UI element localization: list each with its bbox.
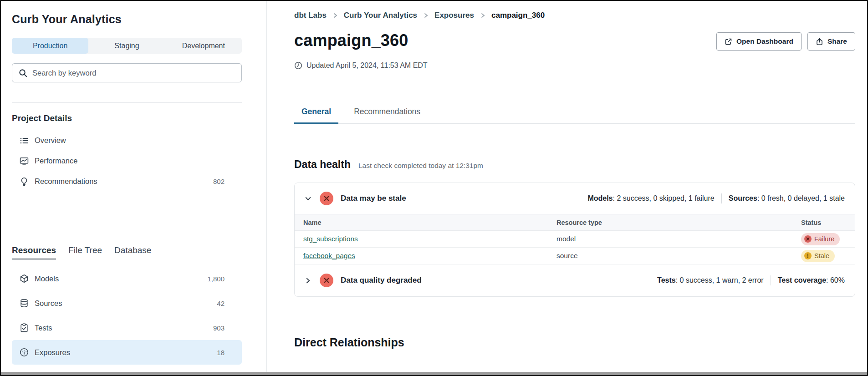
sidebar-item-overview[interactable]: Overview	[12, 130, 242, 151]
lightbulb-icon	[20, 177, 29, 186]
clipboard-check-icon	[20, 323, 29, 332]
share-icon	[816, 38, 823, 46]
detail-tabs: General Recommendations	[294, 107, 855, 124]
env-tab-development[interactable]: Development	[165, 38, 242, 54]
chevron-down-icon[interactable]	[304, 195, 312, 203]
stale-summary: Models: 2 success, 0 skipped, 1 failure …	[587, 193, 845, 203]
tests-summary-label: Tests	[657, 276, 676, 285]
quality-section-header[interactable]: Data quality degraded Tests: 0 success, …	[295, 264, 855, 296]
column-header-name: Name	[295, 219, 557, 226]
project-details-heading: Project Details	[12, 113, 242, 123]
sidebar-item-count: 903	[213, 324, 225, 332]
sidebar-item-label: Exposures	[35, 348, 70, 357]
tab-resources[interactable]: Resources	[12, 245, 56, 259]
updated-timestamp: Updated April 5, 2024, 11:53 AM EDT	[294, 61, 855, 70]
table-row: facebook_pages source Stale	[295, 248, 855, 264]
sidebar-item-count: 18	[217, 349, 225, 356]
updated-text: Updated April 5, 2024, 11:53 AM EDT	[306, 61, 428, 70]
sidebar-item-label: Recommendations	[35, 177, 97, 186]
search-input[interactable]	[32, 69, 235, 77]
sidebar-item-performance[interactable]: Performance	[12, 151, 242, 171]
share-label: Share	[827, 37, 847, 46]
resource-type-cell: source	[557, 252, 801, 260]
sidebar-item-count: 1,800	[207, 275, 225, 283]
quality-summary: Tests: 0 success, 1 warn, 2 error Test c…	[657, 275, 845, 285]
project-title: Curb Your Analytics	[12, 13, 242, 26]
environment-tabs: Production Staging Development	[12, 38, 242, 54]
status-badge-failure: Failure	[801, 233, 840, 245]
summary-divider	[771, 275, 771, 285]
sidebar-search[interactable]	[12, 63, 242, 82]
list-icon	[20, 136, 29, 145]
monitor-chart-icon	[20, 157, 29, 166]
sidebar-item-label: Sources	[35, 299, 62, 308]
breadcrumb-exposures[interactable]: Exposures	[434, 11, 474, 20]
coverage-summary-value: : 60%	[826, 276, 845, 285]
main-content: dbt Labs Curb Your Analytics Exposures c…	[267, 1, 867, 375]
column-header-status: Status	[801, 219, 855, 226]
resource-type-cell: model	[557, 235, 801, 243]
breadcrumb: dbt Labs Curb Your Analytics Exposures c…	[294, 11, 855, 20]
status-badge-label: Failure	[814, 235, 834, 243]
breadcrumb-account[interactable]: dbt Labs	[294, 11, 327, 20]
sidebar-item-label: Overview	[35, 136, 66, 145]
breadcrumb-project[interactable]: Curb Your Analytics	[344, 11, 417, 20]
sidebar-item-models[interactable]: Models 1,800	[12, 266, 242, 291]
column-header-resource-type: Resource type	[557, 219, 801, 226]
resources-list: Models 1,800 Sources 42 Tests	[12, 266, 242, 365]
sidebar-item-label: Tests	[35, 324, 52, 332]
database-icon	[20, 299, 29, 308]
data-health-title: Data health	[294, 158, 351, 171]
sidebar-item-label: Models	[35, 274, 59, 283]
summary-divider	[721, 193, 722, 203]
env-tab-production[interactable]: Production	[12, 38, 88, 54]
resource-link-facebook-pages[interactable]: facebook_pages	[303, 252, 355, 259]
tab-recommendations[interactable]: Recommendations	[347, 107, 428, 124]
status-badge-label: Stale	[814, 252, 829, 259]
sidebar-divider	[12, 102, 242, 103]
coverage-summary-label: Test coverage	[778, 276, 826, 285]
sidebar-item-tests[interactable]: Tests 903	[12, 315, 242, 340]
open-dashboard-button[interactable]: Open Dashboard	[716, 32, 802, 51]
sidebar-item-label: Performance	[35, 157, 77, 165]
chevron-right-icon	[332, 12, 338, 19]
stale-section-header[interactable]: Data may be stale Models: 2 success, 0 s…	[295, 183, 855, 214]
error-circle-icon	[320, 192, 333, 205]
sidebar-item-recommendations[interactable]: Recommendations 802	[12, 171, 242, 192]
quality-section-title: Data quality degraded	[341, 276, 422, 285]
search-icon	[19, 69, 27, 77]
direct-relationships-heading: Direct Relationships	[294, 336, 855, 349]
sources-summary-value: : 0 fresh, 0 delayed, 1 stale	[757, 194, 845, 203]
sidebar-item-count: 802	[213, 178, 225, 185]
horizontal-scrollbar[interactable]	[1, 372, 867, 375]
table-row: stg_subscriptions model Failure	[295, 231, 855, 248]
models-summary-value: : 2 success, 0 skipped, 1 failure	[613, 194, 715, 203]
data-health-header: Data health Last check completed today a…	[294, 158, 855, 171]
gauge-icon	[20, 348, 29, 357]
stale-section-title: Data may be stale	[341, 194, 406, 203]
sidebar-item-count: 42	[217, 300, 225, 307]
chevron-right-icon	[423, 12, 429, 19]
resource-link-stg-subscriptions[interactable]: stg_subscriptions	[303, 235, 358, 243]
error-circle-icon	[320, 274, 333, 287]
chevron-right-icon	[480, 12, 485, 19]
models-summary-label: Models	[587, 194, 613, 203]
page-title: campaign_360	[294, 31, 408, 50]
chevron-right-icon[interactable]	[304, 277, 312, 285]
tests-summary-value: : 0 success, 1 warn, 2 error	[676, 276, 764, 285]
page-actions: Open Dashboard Share	[716, 32, 855, 51]
sidebar-item-sources[interactable]: Sources 42	[12, 291, 242, 315]
share-button[interactable]: Share	[807, 32, 855, 51]
data-health-subtitle: Last check completed today at 12:31pm	[358, 162, 483, 170]
tab-file-tree[interactable]: File Tree	[68, 245, 102, 259]
sidebar-item-exposures[interactable]: Exposures 18	[12, 340, 242, 365]
x-circle-icon	[804, 235, 812, 243]
env-tab-staging[interactable]: Staging	[88, 38, 165, 54]
stale-resources-table: Name Resource type Status stg_subscripti…	[295, 214, 855, 264]
resource-view-tabs: Resources File Tree Database	[12, 245, 242, 259]
open-dashboard-label: Open Dashboard	[736, 37, 793, 46]
clock-icon	[294, 61, 302, 70]
tab-database[interactable]: Database	[114, 245, 151, 259]
tab-general[interactable]: General	[294, 107, 338, 124]
project-details-list: Overview Performance Recommendations 80	[12, 130, 242, 192]
